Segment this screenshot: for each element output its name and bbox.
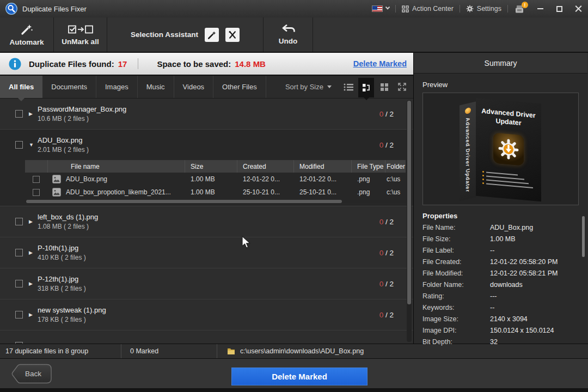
automark-button[interactable]: Automark [0,17,54,52]
group-checkbox[interactable] [15,311,23,318]
summary-panel: Summary Preview Advanced Driver Updater … [414,53,587,344]
group-checkbox[interactable] [15,342,23,344]
property-label: Keywords: [422,304,490,311]
tab-documents[interactable]: Documents [42,76,96,98]
group-checkbox[interactable] [15,141,23,149]
group-checkbox[interactable] [15,110,23,118]
property-label: Folder Name: [422,281,490,289]
expander-icon[interactable]: ▶ [29,343,36,344]
group-file-name: PasswordManager_Box.png [38,105,126,113]
grid-view-button[interactable] [376,79,392,95]
expander-icon[interactable]: ▶ [29,111,36,117]
unmark-all-label: UnMark all [62,38,99,46]
column-header-size[interactable]: Size [185,160,237,173]
tab-label: All files [9,83,34,91]
property-row: File Modified: 12-01-22 05:58:21 PM [414,267,587,279]
group-row[interactable]: ▶ new systweak (1).png 178 KB ( 2 files … [0,299,413,330]
unmark-all-button[interactable]: UnMark all [54,17,107,52]
vertical-scrollbar-thumb[interactable] [407,101,411,304]
back-button[interactable]: Back [11,364,52,384]
maximize-button[interactable] [550,0,569,17]
sort-label: Sort by Size [285,83,323,91]
group-row[interactable]: ▼ ADU_Box.png 2.01 MB ( 2 files ) 0 / 2 [0,130,413,160]
expander-icon[interactable]: ▼ [29,142,36,148]
group-row[interactable]: ▶ P-12th(1).jpg 318 KB ( 2 files ) 0 / 2 [0,268,413,299]
expander-icon[interactable]: ▶ [29,219,36,224]
horizontal-scrollbar[interactable] [25,200,406,203]
group-row[interactable]: ▶ PasswordManager_Box.png 10.6 MB ( 2 fi… [0,99,413,129]
property-value: 150.0124 x 150.0124 [490,327,554,334]
file-checkbox[interactable] [33,189,40,196]
file-checkbox[interactable] [33,176,40,183]
found-label: Duplicate Files found: [29,59,114,69]
fullscreen-view-button[interactable] [394,79,410,95]
tab-all-files[interactable]: All files [0,76,42,98]
file-type: .png [352,188,385,196]
preview-image: Advanced Driver Updater Advanced Driver … [422,93,579,205]
expander-icon[interactable]: ▶ [29,250,36,255]
group-row[interactable]: ▶ image_2021_06_25T10_46_57_699Z.png 0 /… [0,330,413,344]
maximize-icon [556,6,562,12]
minimize-button[interactable] [531,0,550,17]
delete-marked-link[interactable]: Delete Marked [353,59,407,68]
group-row[interactable]: ▶ P-10th(1).jpg 410 KB ( 2 files ) 0 / 2 [0,237,413,268]
automark-label: Automark [9,38,44,46]
detail-table: File nameSizeCreatedModifiedFile TypeFol… [25,160,406,203]
column-header-created[interactable]: Created [237,160,294,173]
close-button[interactable] [569,0,588,17]
file-name: ADU_box_propotion_likemb_2021... [66,188,171,196]
duplicate-file-row[interactable]: ADU_Box.png 1.00 MB 12-01-22 0... 12-01-… [25,173,406,186]
expander-icon[interactable]: ▶ [29,312,36,317]
group-marked-count: 0 / 2 [379,342,394,344]
delete-marked-button[interactable]: Delete Marked [231,367,367,385]
column-header-file-name[interactable]: File name [48,160,185,173]
column-header-file-type[interactable]: File Type [352,160,385,173]
tree-view-button[interactable] [358,78,374,97]
group-file-name: P-12th(1).jpg [38,275,86,283]
group-marked-count: 0 / 2 [379,311,394,319]
group-size-info: 318 KB ( 2 files ) [38,285,86,292]
group-row[interactable]: ▶ left_box_ds (1).png 1.08 MB ( 2 files … [0,206,413,237]
group-checkbox[interactable] [15,249,23,256]
undo-button[interactable]: Undo [264,17,313,52]
properties-title: Properties [422,212,587,220]
property-row: File Label: -- [414,244,587,256]
property-row: Image DPI: 150.0124 x 150.0124 [414,324,587,336]
column-header-folder[interactable]: Folder [385,160,406,173]
selection-wand-button[interactable] [205,28,219,42]
expander-icon[interactable]: ▶ [29,281,36,286]
magic-wand-icon [20,23,33,35]
property-row: Bit Depth: 32 [414,336,587,347]
panel-scrollbar-thumb[interactable] [582,216,585,257]
tab-music[interactable]: Music [138,76,174,98]
property-value: -- [490,247,494,254]
duplicate-list: ▶ PasswordManager_Box.png 10.6 MB ( 2 fi… [0,99,413,344]
tab-videos[interactable]: Videos [174,76,214,98]
duplicate-file-row[interactable]: ADU_box_propotion_likemb_2021... 1.00 MB… [25,186,406,199]
magic-wand-icon [207,30,217,40]
crossed-tools-icon [228,30,237,40]
vertical-scrollbar[interactable] [407,100,412,342]
column-header-modified[interactable]: Modified [294,160,352,173]
group-size-info: 410 KB ( 2 files ) [38,254,86,261]
property-value: 12-01-22 05:58:21 PM [490,270,558,277]
expand-arrows-icon [397,82,407,91]
settings-button[interactable]: Settings [460,0,507,17]
summary-header: Summary [414,53,587,74]
property-row: Rating: --- [414,290,587,302]
group-marked-count: 0 / 2 [379,141,394,149]
selection-tools-button[interactable] [225,28,240,42]
tab-other-files[interactable]: Other Files [213,76,266,98]
action-center-button[interactable]: Action Center [396,0,460,17]
horizontal-scrollbar-thumb[interactable] [26,200,342,203]
special-offers-button[interactable]: ! [508,0,531,17]
list-view-button[interactable] [340,79,356,95]
window-edge [0,388,588,392]
sort-dropdown[interactable]: Sort by Size [285,83,332,91]
tab-images[interactable]: Images [96,76,138,98]
group-checkbox[interactable] [15,218,23,225]
toolbar-spacer [313,17,588,52]
language-selector[interactable] [366,0,395,17]
group-checkbox[interactable] [15,280,23,287]
group-file-name: left_box_ds (1).png [38,213,98,221]
